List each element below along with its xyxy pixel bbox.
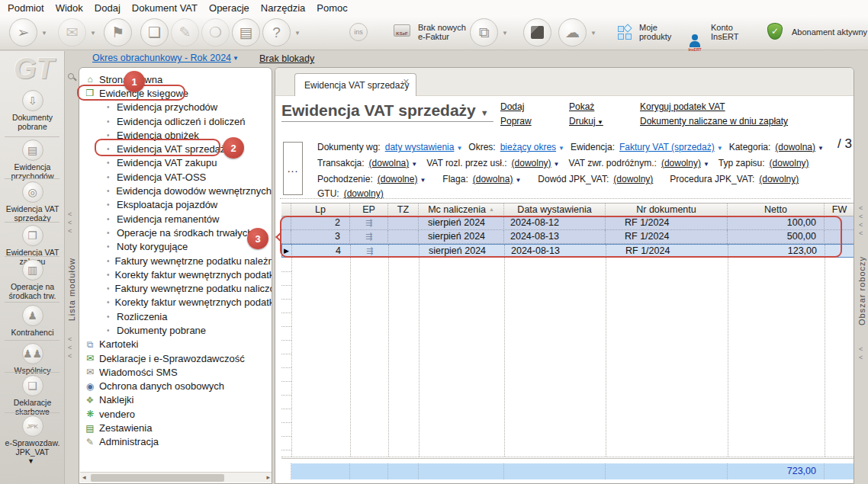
column-header-lp[interactable]: Lp [291,204,350,216]
filter-transakcja[interactable]: Transakcja:(dowolna)▼ [317,158,417,168]
search-icon[interactable] [68,73,74,79]
module-contractors[interactable]: ♟Kontrahenci [0,305,65,337]
dropdown-caret-icon[interactable]: ▼ [420,177,426,184]
stempel-button[interactable]: ❍ [201,18,230,46]
more-filters-button[interactable]: ... [283,142,303,195]
tab-ewidencja-vat-sprzedazy[interactable]: Ewidencja VAT sprzedaży ✕ [294,73,416,96]
collapse-chevron-icon[interactable]: < [68,227,72,236]
filter-value[interactable]: (dowolna) [369,158,410,168]
filter-gtu[interactable]: GTU:(dowolny) [317,188,384,199]
filter-vat-rozl-przez-usł[interactable]: VAT rozl. przez usł.:(dowolny)▼ [426,158,559,168]
filter-ewidencja[interactable]: Ewidencja:Faktury VAT (sprzedaż)▼ [571,142,723,152]
filter-value[interactable]: (dowolna) [473,174,513,184]
collapse-chevron-icon[interactable]: < [859,213,863,221]
workspace-strip[interactable]: <<<< Obszar roboczy << [856,67,868,484]
kostka-button[interactable] [523,18,551,46]
table-row[interactable]: ▶4⇶sierpień 20242024-08-13RF 1/2024123,0… [281,244,854,258]
filter-value[interactable]: (dowolny) [512,158,551,168]
tree-item-naklejki[interactable]: ❖Naklejki [79,393,272,407]
tree-item-ewidencja-vat-oss[interactable]: •Ewidencja VAT-OSS [79,170,272,184]
column-header-ep[interactable]: EP [350,204,388,216]
wyslij-button[interactable]: ✉ [58,18,86,46]
tree-item-ochrona-danych-osobowych[interactable]: ◉Ochrona danych osobowych [79,380,272,393]
filter-kategoria[interactable]: Kategoria:(dowolna)▼ [729,142,824,152]
table-row[interactable]: 2⇶sierpień 20242024-08-12RF 1/2024100,00 [281,216,854,230]
module-fixed-assets[interactable]: ▥Operacje na środkach trw. [0,259,65,300]
action-pokaż[interactable]: Pokaż [569,100,603,114]
collapse-chevron-icon[interactable]: < [859,345,863,354]
collapse-chevron-icon[interactable]: < [859,229,863,238]
tree-item-kartoteki[interactable]: ⧉Kartoteki [79,338,272,351]
filter-value[interactable]: bieżący okres [500,142,556,152]
kopie-button[interactable]: ⧉ [470,18,498,46]
scroll-right-icon[interactable]: ▸ [266,473,270,481]
dropdown-caret-icon[interactable]: ▼ [717,145,723,152]
tree-item-ewidencja-vat-zakupu[interactable]: •Ewidencja VAT zakupu [79,156,272,170]
filter-value[interactable]: (dowolny) [759,174,799,184]
filter-pochodzenie[interactable]: Pochodzenie:(dowolne)▼ [317,174,426,184]
column-header-marker[interactable] [281,204,291,216]
menu-operacje[interactable]: Operacje [209,2,249,14]
collapse-chevron-icon[interactable]: < [68,335,72,344]
tree-item-korekty-faktur-wewnętrznych-podatku[interactable]: •Korekty faktur wewnętrznych podatku [79,268,272,281]
tree-item-ewidencja-obniżek[interactable]: •Ewidencja obniżek [79,128,272,142]
ksef-icon[interactable]: KSeF [394,24,410,37]
module-declarations[interactable]: ❏Deklaracje skarbowe [0,375,65,416]
action-drukuj[interactable]: Drukuj ▼ [569,114,603,130]
tree-item-faktury-wewnętrzne-podatku-naliczonego[interactable]: •Faktury wewnętrzne podatku naliczonego [79,281,272,295]
menu-dokument-vat[interactable]: Dokument VAT [132,2,198,14]
collapse-chevron-icon[interactable]: < [859,221,863,229]
filter-okres[interactable]: Okres:bieżący okres▼ [468,142,564,152]
wyslij-caret[interactable]: ▼ [90,30,96,37]
filter-value[interactable]: (dowolne) [378,174,418,184]
module-partners[interactable]: ♟♟Wspólnicy [0,343,65,375]
menu-podmiot[interactable]: Podmiot [8,2,44,14]
module-vat-sales[interactable]: ◎Ewidencja VAT sprzedaży [0,181,65,223]
tree-item-wiadomości-sms[interactable]: ✉Wiadomości SMS [79,365,272,379]
filter-dowód-jpk-vat[interactable]: Dowód JPK_VAT:(dowolny) [538,174,653,184]
tree-item-ewidencja-remanentów[interactable]: •Ewidencja remanentów [79,212,272,226]
tab-close-icon[interactable]: ✕ [403,77,410,87]
menu-dodaj[interactable]: Dodaj [95,2,121,14]
tree-item-zestawienia[interactable]: ▤Zestawienia [79,421,272,434]
filter-value[interactable]: daty wystawienia [385,142,455,152]
column-header-netto[interactable]: Netto [728,204,825,216]
tree-item-ewidencje-księgowe[interactable]: ❒Ewidencje księgowe [79,86,272,100]
action-koryguj-podatek-vat[interactable]: Koryguj podatek VAT [640,100,788,114]
edycja-button[interactable]: ✎ [171,18,199,46]
page-title[interactable]: Ewidencja VAT sprzedaży ▼ [281,101,493,122]
column-header-data[interactable]: Data wystawienia [504,204,606,216]
collapse-chevron-icon[interactable]: < [68,344,72,352]
filter-value[interactable]: (dowolny) [344,188,384,199]
dropdown-caret-icon[interactable]: ▼ [456,145,462,152]
filter-vat-zwr-podróżnym[interactable]: VAT zwr. podróżnym.:(dowolny)▼ [569,158,709,168]
nowy-dokument-button[interactable]: ❏ [140,18,169,46]
column-header-nr[interactable]: Nr dokumentu [606,204,728,216]
chmura-caret[interactable]: ▼ [590,30,596,37]
filter-value[interactable]: (dowolna) [775,142,815,152]
collapse-chevron-icon[interactable]: < [859,354,863,362]
tree-item-ewidencja-przychodów[interactable]: •Ewidencja przychodów [79,101,272,114]
flaga-button[interactable]: ⚑ [104,18,132,46]
tree-item-noty-korygujące[interactable]: •Noty korygujące [79,240,272,254]
scroll-left-icon[interactable]: ◂ [82,473,86,481]
tree-item-vendero[interactable]: ❋vendero [79,407,272,421]
ins-button[interactable]: ins [349,23,368,41]
nawigacja-caret[interactable]: ▼ [41,30,47,37]
module-list-strip[interactable]: <<< Lista modułów <<< [65,67,79,484]
tree-item-faktury-wewnętrzne-podatku-należnego[interactable]: •Faktury wewnętrzne podatku należnego [79,254,272,268]
dropdown-caret-icon[interactable]: ▼ [558,145,564,152]
abonament-shield-icon[interactable]: ✓ [767,23,783,40]
filter-procedura-jpk-vat[interactable]: Procedura JPK_VAT:(dowolny) [670,174,799,184]
konto-insert-icon[interactable]: InsERT [686,34,703,51]
column-header-fw[interactable]: FW [825,204,854,216]
menu-widok[interactable]: Widok [56,2,83,14]
tree-item-dokumenty-pobrane[interactable]: •Dokumenty pobrane [79,323,272,337]
filter-value[interactable]: (dowolny) [661,158,701,168]
pomoc-caret[interactable]: ▼ [294,30,301,37]
moje-produkty-button[interactable] [610,18,638,46]
column-header-mc[interactable]: Mc naliczenia▲ [419,204,504,216]
tree-item-administracja[interactable]: ✎Administracja [79,435,272,449]
collapse-chevron-icon[interactable]: < [68,219,72,227]
more-modules-arrow[interactable]: ▼ [27,457,34,465]
